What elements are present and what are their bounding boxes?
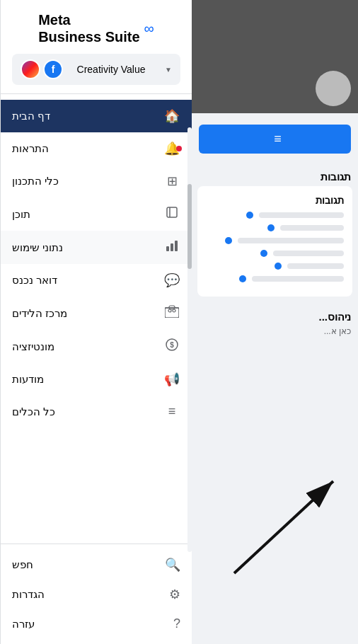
sidebar-item-label: מרכז הלידים xyxy=(12,307,67,320)
sidebar-item-label: מונטיזציה xyxy=(12,340,54,353)
dot-row xyxy=(206,275,344,282)
sidebar-item-label: דואר נכנס xyxy=(12,274,57,287)
sidebar-item-search[interactable]: 🔍 חפש xyxy=(1,550,192,580)
bar xyxy=(273,251,344,256)
svg-rect-5 xyxy=(171,243,173,251)
dot-row xyxy=(206,263,344,270)
sidebar-item-leads[interactable]: מרכז הלידים xyxy=(1,297,192,330)
dot-row xyxy=(206,212,344,219)
gear-icon: ⚙ xyxy=(169,587,180,602)
svg-point-9 xyxy=(173,309,175,312)
sidebar-item-content[interactable]: תוכן xyxy=(1,197,192,231)
chart-icon xyxy=(163,239,180,255)
sidebar-item-label: התראות xyxy=(12,142,49,155)
sidebar-item-ads[interactable]: 📢 מודעות xyxy=(1,363,192,396)
edit-icon: ≡ xyxy=(274,132,282,146)
dot-indicator xyxy=(260,250,267,257)
notification-dot xyxy=(176,146,182,151)
svg-rect-2 xyxy=(167,207,177,217)
bottom-section-title: ניהוס... xyxy=(192,305,358,326)
arrow-annotation xyxy=(213,446,354,587)
dot-indicator xyxy=(225,237,232,244)
account-selector[interactable]: ▼ Creativity Value f xyxy=(12,54,180,85)
dot-indicator xyxy=(239,275,246,282)
sidebar-item-alerts[interactable]: 🔔 התראות xyxy=(1,132,192,165)
page-wrapper: ≡ תגובות תגובות xyxy=(0,0,358,644)
sidebar-item-insights[interactable]: נתוני שימוש xyxy=(1,231,192,264)
help-icon: ? xyxy=(173,616,180,631)
sidebar-item-settings[interactable]: ⚙ הגדרות xyxy=(1,580,192,609)
account-name: Creativity Value xyxy=(77,64,146,75)
sidebar-bottom: 🔍 חפש ⚙ הגדרות ? עזרה xyxy=(1,544,192,644)
bar xyxy=(287,263,344,269)
menu-icon: ≡ xyxy=(163,404,180,419)
sidebar-item-label: כלי התכנון xyxy=(12,175,59,188)
svg-rect-4 xyxy=(166,246,169,251)
chat-icon: 💬 xyxy=(163,272,180,288)
sidebar-item-label: מודעות xyxy=(12,373,44,386)
megaphone-icon: 📢 xyxy=(163,372,180,387)
sidebar-item-inbox[interactable]: 💬 דואר נכנס xyxy=(1,264,192,297)
content-icon xyxy=(163,206,180,222)
svg-line-1 xyxy=(234,481,333,573)
bar xyxy=(280,225,344,231)
leads-icon xyxy=(163,305,180,321)
sidebar-item-planner[interactable]: ⊞ כלי התכנון xyxy=(1,165,192,197)
meta-infinity-icon: ∞ xyxy=(144,21,154,37)
sidebar-item-label: דף הבית xyxy=(12,110,50,122)
dollar-icon: $ xyxy=(163,338,180,355)
sidebar-bottom-label: חפש xyxy=(12,558,33,571)
meta-title: MetaBusiness Suite xyxy=(38,11,139,45)
bar xyxy=(252,276,344,282)
sidebar-bottom-label: הגדרות xyxy=(12,588,45,601)
search-icon: 🔍 xyxy=(165,557,180,573)
account-icons: f xyxy=(21,59,57,79)
instagram-avatar xyxy=(21,59,40,79)
sidebar-scrollbar[interactable] xyxy=(187,127,192,552)
home-icon: 🏠 xyxy=(163,108,180,124)
dot-row xyxy=(206,250,344,257)
sidebar-item-all-tools[interactable]: ≡ כל הכלים xyxy=(1,396,192,427)
grid-icon: ⊞ xyxy=(163,173,180,189)
dot-indicator xyxy=(267,224,275,231)
svg-rect-6 xyxy=(175,241,178,251)
responses-card: תגובות xyxy=(197,186,352,297)
dot-indicator xyxy=(246,212,253,219)
dot-row xyxy=(206,224,344,231)
dot-row xyxy=(206,237,344,244)
sidebar-item-home[interactable]: 🏠 דף הבית xyxy=(1,100,192,132)
chevron-down-icon: ▼ xyxy=(165,66,172,74)
cover-image xyxy=(192,0,358,113)
scrollbar-thumb[interactable] xyxy=(187,184,192,269)
facebook-avatar: f xyxy=(43,59,63,79)
avatar xyxy=(316,71,351,106)
section-title-responses: תגובות xyxy=(192,165,358,186)
sidebar-header: ∞ MetaBusiness Suite ▼ Creativity Value … xyxy=(1,0,192,94)
svg-text:$: $ xyxy=(170,341,174,349)
sidebar-item-monetization[interactable]: $ מונטיזציה xyxy=(1,330,192,363)
meta-logo-row: ∞ MetaBusiness Suite xyxy=(38,11,154,45)
sidebar-item-label: תוכן xyxy=(12,208,30,221)
sidebar-item-label: כל הכלים xyxy=(12,406,55,418)
action-button[interactable]: ≡ xyxy=(199,125,351,154)
sidebar-item-label: נתוני שימוש xyxy=(12,241,63,254)
dot-rows xyxy=(206,212,344,282)
right-sidebar: ∞ MetaBusiness Suite ▼ Creativity Value … xyxy=(0,0,192,644)
card-heading: תגובות xyxy=(206,195,344,206)
sidebar-bottom-label: עזרה xyxy=(12,618,35,631)
sidebar-item-help[interactable]: ? עזרה xyxy=(1,609,192,638)
bar xyxy=(238,238,344,243)
left-panel: ≡ תגובות תגובות xyxy=(192,0,358,644)
svg-point-8 xyxy=(168,309,171,312)
dot-indicator xyxy=(275,263,282,270)
bottom-section-text: כאן א... xyxy=(192,326,358,336)
bar xyxy=(259,212,344,218)
meta-title-block: MetaBusiness Suite xyxy=(38,11,139,45)
nav-list: 🏠 דף הבית 🔔 התראות ⊞ כלי התכנון xyxy=(1,94,192,544)
